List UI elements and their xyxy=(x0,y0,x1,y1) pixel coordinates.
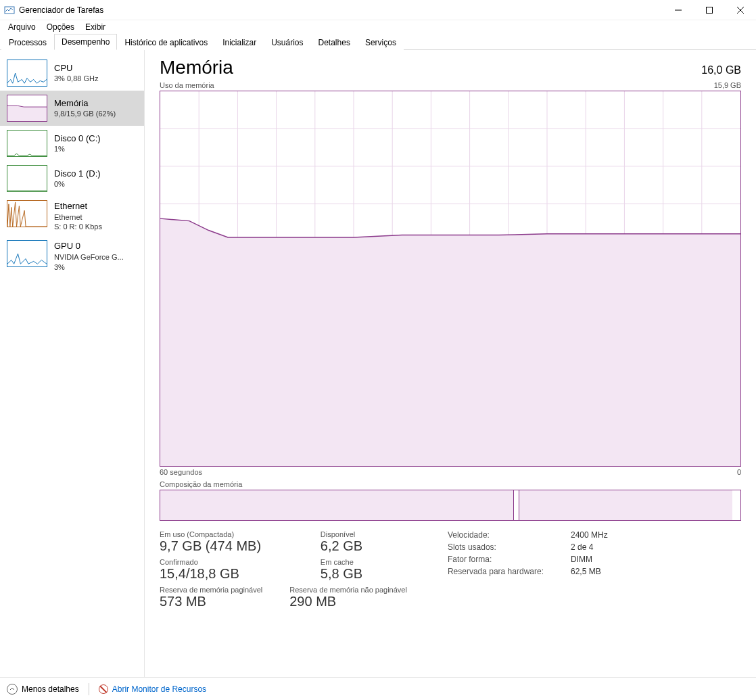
svg-rect-2 xyxy=(707,7,713,13)
tab-processos[interactable]: Processos xyxy=(1,34,54,50)
fewer-details-button[interactable]: Menos detalhes xyxy=(7,684,79,695)
stat-nonpaged: Reserva de memória não paginável 290 MB xyxy=(289,586,407,609)
tab-historico[interactable]: Histórico de aplicativos xyxy=(117,34,215,50)
comp-standby-segment xyxy=(519,490,732,520)
chart-bottom-left-label: 60 segundos xyxy=(160,468,202,476)
stats-area: Em uso (Compactada) 9,7 GB (474 MB) Disp… xyxy=(160,530,741,609)
chart-bottom-right-label: 0 xyxy=(737,468,741,476)
disk1-title: Disco 1 (D:) xyxy=(54,168,101,180)
sidebar-item-gpu[interactable]: GPU 0 NVIDIA GeForce G... 3% xyxy=(0,236,144,276)
chevron-up-icon xyxy=(7,684,18,695)
sidebar-item-disco1[interactable]: Disco 1 (D:) 0% xyxy=(0,161,144,196)
eth-sub2: S: 0 R: 0 Kbps xyxy=(54,222,102,232)
disk0-title: Disco 0 (C:) xyxy=(54,133,101,145)
resource-monitor-icon xyxy=(99,684,108,694)
stat-cached: Em cache 5,8 GB xyxy=(321,558,407,582)
sidebar-item-disco0[interactable]: Disco 0 (C:) 1% xyxy=(0,126,144,161)
stats-right: Velocidade: 2400 MHz Slots usados: 2 de … xyxy=(448,530,608,609)
eth-sub: Ethernet xyxy=(54,212,102,223)
tab-strip: Processos Desempenho Histórico de aplica… xyxy=(0,34,756,50)
slots-label: Slots usados: xyxy=(448,542,544,552)
tab-inicializar[interactable]: Inicializar xyxy=(215,34,264,50)
tab-servicos[interactable]: Serviços xyxy=(358,34,404,50)
slots-value: 2 de 4 xyxy=(571,542,608,552)
speed-label: Velocidade: xyxy=(448,530,544,540)
menu-bar: Arquivo Opções Exibir xyxy=(0,20,756,34)
fewer-details-label: Menos detalhes xyxy=(22,684,79,694)
maximize-button[interactable] xyxy=(694,0,725,20)
footer-separator xyxy=(89,683,89,695)
disk0-sub: 1% xyxy=(54,144,101,154)
comp-free-segment xyxy=(732,490,740,520)
performance-sidebar: CPU 3% 0,88 GHz Memória 9,8/15,9 GB (62%… xyxy=(0,50,145,677)
disk0-thumb-icon xyxy=(7,130,47,157)
cpu-title: CPU xyxy=(54,62,98,74)
close-button[interactable] xyxy=(725,0,756,20)
stat-paged: Reserva de memória paginável 573 MB xyxy=(160,586,262,609)
app-icon xyxy=(4,5,15,16)
comp-gap-segment xyxy=(514,490,519,520)
eth-thumb-icon xyxy=(7,200,47,227)
stat-committed: Confirmado 15,4/18,8 GB xyxy=(160,558,306,582)
memory-usage-chart[interactable] xyxy=(160,91,741,467)
menu-options[interactable]: Opções xyxy=(41,21,80,33)
detail-pane: Memória 16,0 GB Uso da memória 15,9 GB xyxy=(145,50,756,677)
resource-monitor-label: Abrir Monitor de Recursos xyxy=(112,684,206,694)
chart-top-right-label: 15,9 GB xyxy=(714,81,741,89)
cpu-thumb-icon xyxy=(7,60,47,87)
svg-marker-29 xyxy=(160,218,740,466)
open-resource-monitor-button[interactable]: Abrir Monitor de Recursos xyxy=(99,684,206,694)
menu-file[interactable]: Arquivo xyxy=(3,21,41,33)
tab-detalhes[interactable]: Detalhes xyxy=(311,34,358,50)
chart-top-left-label: Uso da memória xyxy=(160,81,214,89)
comp-in-use-segment xyxy=(160,490,514,520)
detail-title: Memória xyxy=(160,57,233,78)
sidebar-item-ethernet[interactable]: Ethernet Ethernet S: 0 R: 0 Kbps xyxy=(0,196,144,236)
speed-value: 2400 MHz xyxy=(571,530,608,540)
svg-marker-5 xyxy=(7,106,47,121)
memory-composition-chart[interactable] xyxy=(160,490,741,521)
window-title: Gerenciador de Tarefas xyxy=(19,5,663,15)
hw-label: Reservada para hardware: xyxy=(448,567,544,576)
content-area: CPU 3% 0,88 GHz Memória 9,8/15,9 GB (62%… xyxy=(0,50,756,677)
mem-thumb-icon xyxy=(7,95,47,122)
gpu-thumb-icon xyxy=(7,240,47,267)
eth-title: Ethernet xyxy=(54,200,102,212)
composition-label: Composição da memória xyxy=(160,480,741,488)
minimize-button[interactable] xyxy=(663,0,694,20)
tab-usuarios[interactable]: Usuários xyxy=(264,34,310,50)
footer-bar: Menos detalhes Abrir Monitor de Recursos xyxy=(0,677,756,700)
gpu-title: GPU 0 xyxy=(54,240,124,252)
form-label: Fator forma: xyxy=(448,555,544,564)
gpu-sub: NVIDIA GeForce G... xyxy=(54,252,124,262)
disk1-thumb-icon xyxy=(7,165,47,192)
stat-in-use: Em uso (Compactada) 9,7 GB (474 MB) xyxy=(160,530,306,554)
sidebar-item-memoria[interactable]: Memória 9,8/15,9 GB (62%) xyxy=(0,91,144,126)
menu-view[interactable]: Exibir xyxy=(80,21,111,33)
window-controls xyxy=(663,0,756,20)
tab-desempenho[interactable]: Desempenho xyxy=(54,34,117,50)
title-bar: Gerenciador de Tarefas xyxy=(0,0,756,20)
detail-total: 16,0 GB xyxy=(701,64,741,76)
mem-sub: 9,8/15,9 GB (62%) xyxy=(54,109,116,119)
cpu-sub: 3% 0,88 GHz xyxy=(54,74,98,84)
form-value: DIMM xyxy=(571,555,608,564)
mem-title: Memória xyxy=(54,97,116,110)
disk1-sub: 0% xyxy=(54,179,101,189)
stat-available: Disponível 6,2 GB xyxy=(321,530,407,554)
sidebar-item-cpu[interactable]: CPU 3% 0,88 GHz xyxy=(0,55,144,91)
hw-value: 62,5 MB xyxy=(571,567,608,576)
gpu-sub2: 3% xyxy=(54,262,124,273)
